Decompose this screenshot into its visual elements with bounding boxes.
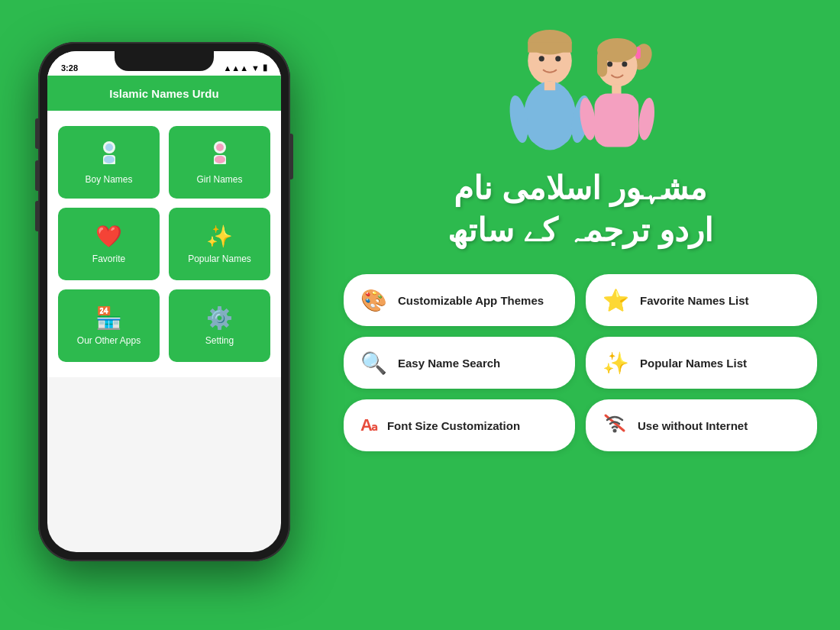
tile-popular-names-label: Popular Names bbox=[188, 254, 251, 264]
feature-offline: Use without Internet bbox=[586, 399, 817, 451]
favorite-icon: ❤️ bbox=[95, 224, 122, 249]
app-tiles-grid: Boy Names Girl Names ❤️ bbox=[47, 111, 281, 377]
svg-point-24 bbox=[622, 62, 627, 67]
svg-rect-22 bbox=[597, 50, 607, 77]
tile-other-apps[interactable]: 🏪 Our Other Apps bbox=[58, 289, 160, 362]
phone-vol-down-button bbox=[35, 160, 38, 191]
app-header: Islamic Names Urdu bbox=[47, 76, 281, 111]
setting-icon: ⚙️ bbox=[206, 305, 233, 331]
features-grid: 🎨 Customizable App Themes ⭐ Favorite Nam… bbox=[336, 274, 825, 451]
tile-girl-names-label: Girl Names bbox=[196, 174, 242, 185]
battery-icon: ▮ bbox=[263, 63, 267, 73]
svg-point-11 bbox=[539, 56, 544, 61]
popular-names-icon: ✨ bbox=[603, 351, 629, 376]
offline-label: Use without Internet bbox=[638, 419, 748, 432]
phone-power-button bbox=[290, 134, 293, 179]
themes-label: Customizable App Themes bbox=[398, 294, 544, 307]
font-label: Font Size Customization bbox=[387, 419, 520, 432]
feature-popular: ✨ Popular Names List bbox=[586, 337, 817, 389]
search-icon: 🔍 bbox=[360, 351, 387, 376]
right-section: مشہور اسلامی نام اردو ترجمہ کے ساتھ 🎨 Cu… bbox=[321, 0, 840, 630]
svg-point-28 bbox=[636, 97, 657, 141]
girl-names-icon bbox=[208, 140, 232, 170]
phone-vol-up-button bbox=[35, 118, 38, 149]
signal-icon: ▲▲▲ bbox=[223, 63, 248, 73]
tile-setting[interactable]: ⚙️ Setting bbox=[169, 289, 270, 362]
favorites-icon: ⭐ bbox=[603, 288, 629, 313]
tile-other-apps-label: Our Other Apps bbox=[77, 335, 141, 346]
popular-icon: ✨ bbox=[206, 224, 233, 249]
search-label: Easy Name Search bbox=[398, 357, 500, 370]
svg-rect-10 bbox=[528, 42, 572, 52]
feature-themes: 🎨 Customizable App Themes bbox=[344, 274, 575, 326]
app-title: Islamic Names Urdu bbox=[109, 87, 218, 100]
feature-search: 🔍 Easy Name Search bbox=[344, 337, 575, 389]
favorites-label: Favorite Names List bbox=[640, 294, 749, 307]
urdu-heading: مشہور اسلامی نام اردو ترجمہ کے ساتھ bbox=[447, 168, 713, 251]
phone-notch bbox=[115, 51, 214, 71]
status-icons: ▲▲▲ ▼ ▮ bbox=[223, 63, 267, 73]
avatars-area bbox=[481, 15, 680, 160]
tile-girl-names[interactable]: Girl Names bbox=[169, 126, 270, 199]
popular-label: Popular Names List bbox=[640, 357, 747, 370]
feature-favorites: ⭐ Favorite Names List bbox=[586, 274, 817, 326]
svg-point-29 bbox=[613, 428, 617, 432]
svg-rect-26 bbox=[595, 94, 639, 147]
svg-point-3 bbox=[104, 156, 115, 163]
svg-point-2 bbox=[105, 144, 113, 151]
tile-setting-label: Setting bbox=[205, 335, 234, 346]
phone-mockup: 3:28 ▲▲▲ ▼ ▮ Islamic Names Urdu bbox=[38, 42, 290, 561]
tile-popular-names[interactable]: ✨ Popular Names bbox=[169, 208, 270, 280]
boy-names-icon bbox=[97, 140, 121, 170]
feature-font: Aₐ Font Size Customization bbox=[344, 399, 575, 451]
phone-silent-button bbox=[35, 201, 38, 231]
wifi-icon: ▼ bbox=[251, 63, 260, 73]
svg-point-7 bbox=[215, 156, 225, 163]
offline-icon bbox=[603, 411, 627, 441]
tile-favorite[interactable]: ❤️ Favorite bbox=[58, 208, 160, 280]
themes-icon: 🎨 bbox=[360, 288, 387, 313]
tile-boy-names[interactable]: Boy Names bbox=[58, 126, 160, 199]
tile-favorite-label: Favorite bbox=[92, 254, 125, 264]
svg-point-6 bbox=[216, 144, 224, 151]
urdu-line1: مشہور اسلامی نام bbox=[447, 168, 713, 210]
svg-rect-15 bbox=[528, 90, 572, 145]
status-time: 3:28 bbox=[61, 63, 78, 73]
urdu-line2: اردو ترجمہ کے ساتھ bbox=[447, 210, 713, 252]
girl-avatar bbox=[573, 27, 664, 160]
svg-point-12 bbox=[555, 56, 561, 61]
other-apps-icon: 🏪 bbox=[95, 305, 122, 331]
tile-boy-names-label: Boy Names bbox=[85, 174, 132, 185]
font-icon: Aₐ bbox=[360, 415, 376, 435]
svg-point-23 bbox=[607, 62, 612, 67]
